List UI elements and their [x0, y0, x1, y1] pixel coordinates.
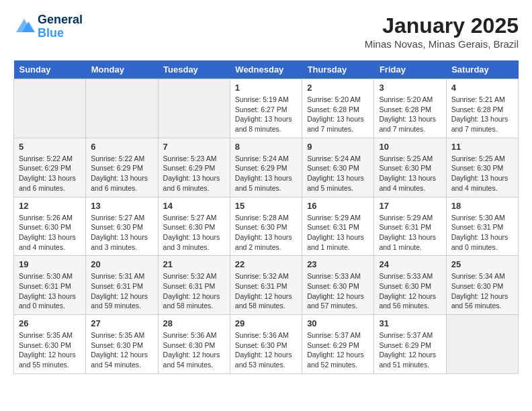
- calendar-week-row: 5Sunrise: 5:22 AM Sunset: 6:29 PM Daylig…: [14, 138, 519, 197]
- calendar-cell: 9Sunrise: 5:24 AM Sunset: 6:30 PM Daylig…: [302, 138, 374, 197]
- title-block: January 2025 Minas Novas, Minas Gerais, …: [365, 13, 519, 50]
- day-number: 13: [91, 201, 152, 211]
- calendar-cell: 4Sunrise: 5:21 AM Sunset: 6:28 PM Daylig…: [446, 79, 518, 138]
- day-info: Sunrise: 5:26 AM Sunset: 6:30 PM Dayligh…: [19, 213, 81, 253]
- calendar-cell: 16Sunrise: 5:29 AM Sunset: 6:31 PM Dayli…: [302, 197, 374, 256]
- day-info: Sunrise: 5:21 AM Sunset: 6:28 PM Dayligh…: [451, 95, 513, 134]
- day-info: Sunrise: 5:34 AM Sunset: 6:30 PM Dayligh…: [451, 271, 513, 311]
- day-info: Sunrise: 5:24 AM Sunset: 6:29 PM Dayligh…: [235, 154, 297, 193]
- calendar-cell: [14, 79, 86, 138]
- day-number: 12: [19, 201, 81, 211]
- day-number: 21: [163, 259, 225, 269]
- calendar-header-saturday: Saturday: [446, 60, 518, 79]
- day-number: 10: [379, 142, 441, 152]
- calendar-cell: 8Sunrise: 5:24 AM Sunset: 6:29 PM Daylig…: [230, 138, 302, 197]
- day-info: Sunrise: 5:32 AM Sunset: 6:31 PM Dayligh…: [235, 271, 297, 311]
- day-number: 16: [307, 201, 369, 211]
- calendar-cell: 17Sunrise: 5:29 AM Sunset: 6:31 PM Dayli…: [374, 197, 446, 256]
- logo-general: General: [38, 13, 83, 26]
- calendar-cell: 22Sunrise: 5:32 AM Sunset: 6:31 PM Dayli…: [230, 256, 302, 315]
- day-info: Sunrise: 5:31 AM Sunset: 6:31 PM Dayligh…: [91, 271, 152, 311]
- calendar-cell: [86, 79, 158, 138]
- day-info: Sunrise: 5:22 AM Sunset: 6:29 PM Dayligh…: [91, 154, 152, 193]
- day-info: Sunrise: 5:30 AM Sunset: 6:31 PM Dayligh…: [451, 213, 513, 253]
- calendar-cell: 6Sunrise: 5:22 AM Sunset: 6:29 PM Daylig…: [86, 138, 158, 197]
- logo: General Blue: [13, 13, 83, 40]
- day-number: 31: [379, 318, 441, 328]
- calendar-cell: 10Sunrise: 5:25 AM Sunset: 6:30 PM Dayli…: [374, 138, 446, 197]
- calendar-cell: 23Sunrise: 5:33 AM Sunset: 6:30 PM Dayli…: [302, 256, 374, 315]
- day-info: Sunrise: 5:30 AM Sunset: 6:31 PM Dayligh…: [19, 271, 81, 311]
- day-number: 18: [451, 201, 513, 211]
- page-subtitle: Minas Novas, Minas Gerais, Brazil: [365, 38, 519, 50]
- calendar-header-row: SundayMondayTuesdayWednesdayThursdayFrid…: [14, 60, 519, 79]
- day-number: 28: [163, 318, 225, 328]
- day-info: Sunrise: 5:24 AM Sunset: 6:30 PM Dayligh…: [307, 154, 369, 193]
- day-number: 20: [91, 259, 152, 269]
- calendar-cell: [158, 79, 230, 138]
- calendar-week-row: 26Sunrise: 5:35 AM Sunset: 6:30 PM Dayli…: [14, 315, 519, 374]
- calendar-cell: 5Sunrise: 5:22 AM Sunset: 6:29 PM Daylig…: [14, 138, 86, 197]
- day-info: Sunrise: 5:27 AM Sunset: 6:30 PM Dayligh…: [163, 213, 225, 253]
- day-number: 8: [235, 142, 297, 152]
- day-number: 4: [451, 83, 513, 93]
- calendar-cell: 21Sunrise: 5:32 AM Sunset: 6:31 PM Dayli…: [158, 256, 230, 315]
- day-info: Sunrise: 5:23 AM Sunset: 6:29 PM Dayligh…: [163, 154, 225, 193]
- day-number: 15: [235, 201, 297, 211]
- day-number: 1: [235, 83, 297, 93]
- day-info: Sunrise: 5:19 AM Sunset: 6:27 PM Dayligh…: [235, 95, 297, 134]
- calendar-cell: 19Sunrise: 5:30 AM Sunset: 6:31 PM Dayli…: [14, 256, 86, 315]
- calendar-cell: 26Sunrise: 5:35 AM Sunset: 6:30 PM Dayli…: [14, 315, 86, 374]
- day-number: 5: [19, 142, 81, 152]
- day-info: Sunrise: 5:33 AM Sunset: 6:30 PM Dayligh…: [379, 271, 441, 311]
- calendar-cell: 3Sunrise: 5:20 AM Sunset: 6:28 PM Daylig…: [374, 79, 446, 138]
- day-number: 9: [307, 142, 369, 152]
- day-number: 22: [235, 259, 297, 269]
- calendar-cell: 25Sunrise: 5:34 AM Sunset: 6:30 PM Dayli…: [446, 256, 518, 315]
- page-header: General Blue January 2025 Minas Novas, M…: [13, 13, 519, 50]
- day-info: Sunrise: 5:25 AM Sunset: 6:30 PM Dayligh…: [451, 154, 513, 193]
- calendar-table: SundayMondayTuesdayWednesdayThursdayFrid…: [13, 60, 519, 374]
- day-number: 2: [307, 83, 369, 93]
- calendar-cell: 13Sunrise: 5:27 AM Sunset: 6:30 PM Dayli…: [86, 197, 158, 256]
- day-number: 24: [379, 259, 441, 269]
- calendar-cell: 31Sunrise: 5:37 AM Sunset: 6:29 PM Dayli…: [374, 315, 446, 374]
- day-info: Sunrise: 5:28 AM Sunset: 6:30 PM Dayligh…: [235, 213, 297, 253]
- calendar-cell: 18Sunrise: 5:30 AM Sunset: 6:31 PM Dayli…: [446, 197, 518, 256]
- day-number: 17: [379, 201, 441, 211]
- day-info: Sunrise: 5:29 AM Sunset: 6:31 PM Dayligh…: [379, 213, 441, 253]
- day-info: Sunrise: 5:35 AM Sunset: 6:30 PM Dayligh…: [19, 330, 81, 370]
- calendar-cell: 7Sunrise: 5:23 AM Sunset: 6:29 PM Daylig…: [158, 138, 230, 197]
- day-number: 14: [163, 201, 225, 211]
- day-number: 3: [379, 83, 441, 93]
- calendar-cell: 12Sunrise: 5:26 AM Sunset: 6:30 PM Dayli…: [14, 197, 86, 256]
- day-info: Sunrise: 5:29 AM Sunset: 6:31 PM Dayligh…: [307, 213, 369, 253]
- calendar-cell: 15Sunrise: 5:28 AM Sunset: 6:30 PM Dayli…: [230, 197, 302, 256]
- calendar-cell: 28Sunrise: 5:36 AM Sunset: 6:30 PM Dayli…: [158, 315, 230, 374]
- calendar-cell: 14Sunrise: 5:27 AM Sunset: 6:30 PM Dayli…: [158, 197, 230, 256]
- calendar-cell: 29Sunrise: 5:36 AM Sunset: 6:30 PM Dayli…: [230, 315, 302, 374]
- day-info: Sunrise: 5:36 AM Sunset: 6:30 PM Dayligh…: [235, 330, 297, 370]
- day-info: Sunrise: 5:33 AM Sunset: 6:30 PM Dayligh…: [307, 271, 369, 311]
- calendar-header-thursday: Thursday: [302, 60, 374, 79]
- calendar-cell: 27Sunrise: 5:35 AM Sunset: 6:30 PM Dayli…: [86, 315, 158, 374]
- logo-text: General Blue: [38, 13, 83, 40]
- day-info: Sunrise: 5:20 AM Sunset: 6:28 PM Dayligh…: [307, 95, 369, 134]
- day-info: Sunrise: 5:35 AM Sunset: 6:30 PM Dayligh…: [91, 330, 152, 370]
- day-number: 11: [451, 142, 513, 152]
- day-number: 6: [91, 142, 152, 152]
- day-info: Sunrise: 5:25 AM Sunset: 6:30 PM Dayligh…: [379, 154, 441, 193]
- logo-icon: [13, 16, 35, 38]
- calendar-cell: 11Sunrise: 5:25 AM Sunset: 6:30 PM Dayli…: [446, 138, 518, 197]
- calendar-header-tuesday: Tuesday: [158, 60, 230, 79]
- calendar-cell: 24Sunrise: 5:33 AM Sunset: 6:30 PM Dayli…: [374, 256, 446, 315]
- day-info: Sunrise: 5:27 AM Sunset: 6:30 PM Dayligh…: [91, 213, 152, 253]
- page-title: January 2025: [365, 13, 519, 38]
- day-number: 25: [451, 259, 513, 269]
- logo-blue: Blue: [38, 26, 64, 40]
- day-info: Sunrise: 5:20 AM Sunset: 6:28 PM Dayligh…: [379, 95, 441, 134]
- calendar-cell: 30Sunrise: 5:37 AM Sunset: 6:29 PM Dayli…: [302, 315, 374, 374]
- day-number: 23: [307, 259, 369, 269]
- day-number: 27: [91, 318, 152, 328]
- day-number: 26: [19, 318, 81, 328]
